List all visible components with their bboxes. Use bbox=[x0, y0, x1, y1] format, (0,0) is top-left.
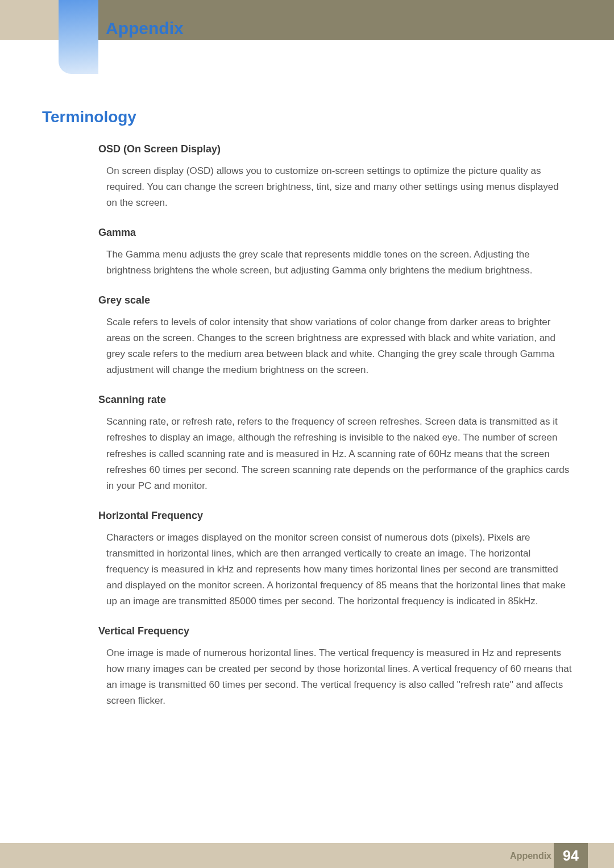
term-body-osd: On screen display (OSD) allows you to cu… bbox=[98, 163, 572, 211]
term-title-osd: OSD (On Screen Display) bbox=[98, 143, 572, 155]
term-block: Horizontal Frequency Characters or image… bbox=[98, 510, 572, 609]
term-title-horizontal-frequency: Horizontal Frequency bbox=[98, 510, 572, 522]
term-title-grey-scale: Grey scale bbox=[98, 294, 572, 306]
term-body-grey-scale: Scale refers to levels of color intensit… bbox=[98, 314, 572, 378]
footer-section-label: Appendix bbox=[510, 851, 551, 861]
term-body-vertical-frequency: One image is made of numerous horizontal… bbox=[98, 645, 572, 709]
term-block: Vertical Frequency One image is made of … bbox=[98, 625, 572, 709]
page-number: 94 bbox=[563, 848, 579, 864]
term-block: Gamma The Gamma menu adjusts the grey sc… bbox=[98, 227, 572, 279]
term-block: Scanning rate Scanning rate, or refresh … bbox=[98, 394, 572, 493]
term-block: OSD (On Screen Display) On screen displa… bbox=[98, 143, 572, 211]
term-body-horizontal-frequency: Characters or images displayed on the mo… bbox=[98, 530, 572, 609]
section-heading: Terminology bbox=[42, 108, 136, 126]
term-body-gamma: The Gamma menu adjusts the grey scale th… bbox=[98, 247, 572, 279]
term-title-scanning-rate: Scanning rate bbox=[98, 394, 572, 406]
term-title-gamma: Gamma bbox=[98, 227, 572, 239]
page-number-box: 94 bbox=[554, 843, 588, 868]
header-left-decoration bbox=[0, 0, 59, 40]
content-area: OSD (On Screen Display) On screen displa… bbox=[98, 143, 572, 725]
term-title-vertical-frequency: Vertical Frequency bbox=[98, 625, 572, 637]
page-title: Appendix bbox=[106, 19, 184, 38]
term-block: Grey scale Scale refers to levels of col… bbox=[98, 294, 572, 378]
header-tab-marker bbox=[59, 0, 98, 74]
term-body-scanning-rate: Scanning rate, or refresh rate, refers t… bbox=[98, 414, 572, 493]
